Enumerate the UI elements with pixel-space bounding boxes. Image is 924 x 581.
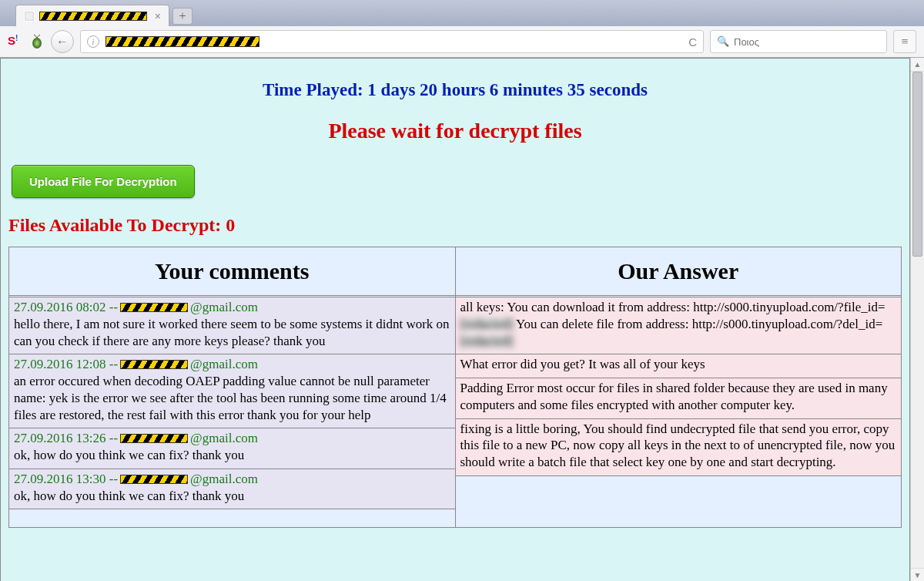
comments-answers-table: Your comments 27.09.2016 08:02 -- @gmail… xyxy=(8,247,902,528)
comments-column: Your comments 27.09.2016 08:02 -- @gmail… xyxy=(9,247,455,527)
comment-email-suffix: @gmail.com xyxy=(190,471,258,488)
files-available: Files Available To Decrypt: 0 xyxy=(1,215,909,247)
browser-chrome: × + S ← i C 🔍 ≡ xyxy=(0,0,924,58)
comment-body: hello there, I am not sure it worked the… xyxy=(14,316,450,350)
comment-entry: 27.09.2016 13:30 -- @gmail.com ok, how d… xyxy=(9,468,455,510)
comment-timestamp: 27.09.2016 12:08 -- xyxy=(14,356,118,373)
time-played-value: 1 days 20 hours 6 minutes 35 seconds xyxy=(367,80,648,99)
comment-meta: 27.09.2016 12:08 -- @gmail.com xyxy=(14,356,450,373)
redacted-text: [redacted] xyxy=(460,334,514,348)
answers-header: Our Answer xyxy=(456,247,902,296)
files-available-count: 0 xyxy=(226,215,235,235)
answer-body: fixing is a little boring, You should fi… xyxy=(460,421,897,471)
answers-column: Our Answer all keys: You can download it… xyxy=(455,247,902,527)
comment-email-suffix: @gmail.com xyxy=(190,430,258,447)
hamburger-menu-button[interactable]: ≡ xyxy=(893,30,916,53)
answer-text: all keys: You can download it from addre… xyxy=(460,300,886,314)
comment-body: ok, how do you think we can fix? thank y… xyxy=(14,447,450,464)
back-button[interactable]: ← xyxy=(51,30,74,53)
comment-meta: 27.09.2016 13:30 -- @gmail.com xyxy=(14,471,450,488)
scroll-thumb[interactable] xyxy=(912,72,922,257)
hazard-strip-icon xyxy=(39,12,147,21)
search-box[interactable]: 🔍 xyxy=(710,30,887,53)
toolbar: S ← i C 🔍 ≡ xyxy=(0,26,924,57)
comment-meta: 27.09.2016 08:02 -- @gmail.com xyxy=(14,299,450,316)
comments-list: 27.09.2016 08:02 -- @gmail.com hello the… xyxy=(9,296,455,527)
wait-message: Please wait for decrypt files xyxy=(1,114,909,162)
search-icon: 🔍 xyxy=(717,35,729,48)
hazard-strip-icon xyxy=(120,475,188,484)
comment-timestamp: 27.09.2016 13:30 -- xyxy=(14,471,118,488)
answer-body: all keys: You can download it from addre… xyxy=(460,299,897,349)
svg-rect-1 xyxy=(25,12,34,20)
time-played-prefix: Time Played: xyxy=(263,80,367,99)
files-available-prefix: Files Available To Decrypt: xyxy=(8,215,226,235)
upload-file-button[interactable]: Upload File For Decryption xyxy=(12,165,195,198)
comments-header: Your comments xyxy=(9,247,455,296)
comment-email-suffix: @gmail.com xyxy=(190,356,258,373)
scroll-down-icon[interactable]: ▼ xyxy=(911,568,924,581)
new-tab-button[interactable]: + xyxy=(172,8,192,25)
hazard-strip-icon xyxy=(105,36,259,47)
tab-close-icon[interactable]: × xyxy=(155,10,161,22)
browser-tab[interactable]: × xyxy=(15,5,169,26)
hazard-strip-icon xyxy=(120,303,188,312)
onion-icon[interactable] xyxy=(29,34,45,49)
answer-entry: all keys: You can download it from addre… xyxy=(456,297,902,354)
answers-list: all keys: You can download it from addre… xyxy=(456,296,902,527)
hazard-strip-icon xyxy=(120,434,188,443)
answer-text: You can delete file from address: http:/… xyxy=(513,317,882,331)
redacted-text: [redacted] xyxy=(460,317,514,331)
comment-entry: 27.09.2016 12:08 -- @gmail.com an error … xyxy=(9,354,455,428)
scroll-up-icon[interactable]: ▲ xyxy=(911,58,924,72)
answer-body: What error did you get? It was all of yo… xyxy=(460,356,897,373)
hazard-strip-icon xyxy=(120,360,188,369)
comment-entry: 27.09.2016 13:26 -- @gmail.com ok, how d… xyxy=(9,428,455,469)
content-wrapper: Time Played: 1 days 20 hours 6 minutes 3… xyxy=(0,58,924,581)
comment-email-suffix: @gmail.com xyxy=(190,299,258,316)
comment-body: ok, how do you think we can fix? thank y… xyxy=(14,488,450,505)
site-info-icon[interactable]: i xyxy=(87,35,99,48)
tabs-row: × + xyxy=(0,0,924,26)
comment-meta: 27.09.2016 13:26 -- @gmail.com xyxy=(14,430,450,447)
comment-timestamp: 27.09.2016 08:02 -- xyxy=(14,299,118,316)
answer-entry: fixing is a little boring, You should fi… xyxy=(456,418,902,476)
time-played: Time Played: 1 days 20 hours 6 minutes 3… xyxy=(1,59,909,114)
svg-point-4 xyxy=(35,41,38,45)
answer-body: Padding Error most occur for files in sh… xyxy=(460,380,897,414)
answer-entry: Padding Error most occur for files in sh… xyxy=(456,378,902,419)
search-input[interactable] xyxy=(734,36,880,48)
scrollbar[interactable]: ▲ ▼ xyxy=(910,58,924,581)
url-bar[interactable]: i C xyxy=(80,30,704,53)
page-content: Time Played: 1 days 20 hours 6 minutes 3… xyxy=(0,58,910,581)
comment-entry: 27.09.2016 08:02 -- @gmail.com hello the… xyxy=(9,297,455,354)
extension-s-icon[interactable]: S xyxy=(8,34,23,49)
answer-entry: What error did you get? It was all of yo… xyxy=(456,354,902,378)
refresh-icon[interactable]: C xyxy=(688,35,697,49)
comment-timestamp: 27.09.2016 13:26 -- xyxy=(14,430,118,447)
tab-favicon-icon xyxy=(24,11,35,22)
comment-body: an error occured when decoding OAEP padd… xyxy=(14,373,450,423)
